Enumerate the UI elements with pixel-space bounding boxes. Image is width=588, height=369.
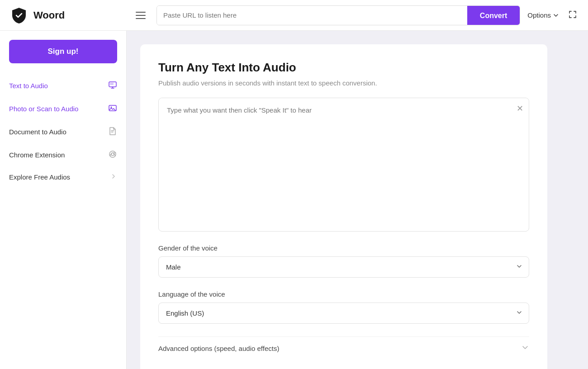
file-icon [108, 127, 117, 137]
fullscreen-button[interactable] [566, 8, 579, 22]
url-input-wrap: Convert [156, 5, 520, 25]
advanced-chevron-down-icon [521, 343, 529, 353]
clear-button[interactable]: ✕ [517, 104, 523, 114]
fullscreen-icon [568, 10, 577, 19]
language-label: Language of the voice [158, 290, 529, 298]
advanced-options-label: Advanced options (speed, audio effects) [158, 345, 279, 352]
gender-label: Gender of the voice [158, 244, 529, 252]
logo-text: Woord [33, 9, 65, 21]
language-select[interactable]: English (US) English (UK) Spanish French… [158, 303, 529, 324]
language-field: Language of the voice English (US) Engli… [158, 290, 529, 324]
sidebar-item-document-to-audio[interactable]: Document to Audio [0, 120, 126, 143]
sidebar-item-label-chrome-extension: Chrome Extension [9, 151, 65, 159]
url-input[interactable] [157, 6, 467, 25]
chevron-right-icon [110, 173, 117, 181]
language-select-wrap: English (US) English (UK) Spanish French… [158, 303, 529, 324]
hamburger-line-2 [136, 15, 146, 16]
sidebar-item-label-explore-free-audios: Explore Free Audios [9, 173, 70, 181]
convert-button[interactable]: Convert [467, 6, 520, 25]
chevron-down-icon [553, 12, 559, 19]
sidebar-item-photo-to-audio[interactable]: Photo or Scan to Audio [0, 97, 126, 120]
image-icon [108, 104, 117, 114]
text-input[interactable] [159, 98, 529, 229]
hamburger-line-3 [136, 18, 146, 19]
main-card: Turn Any Text Into Audio Publish audio v… [140, 44, 547, 369]
sidebar-item-chrome-extension[interactable]: Chrome Extension [0, 143, 126, 166]
hamburger-lines [136, 12, 146, 19]
svg-point-3 [111, 107, 112, 108]
logo-area: Woord [9, 5, 127, 25]
sidebar-item-label-document-to-audio: Document to Audio [9, 128, 66, 136]
card-subtitle: Publish audio versions in seconds with i… [158, 79, 529, 87]
options-label: Options [527, 11, 551, 19]
header: Woord Convert Options [0, 0, 588, 31]
gender-select-wrap: Male Female [158, 256, 529, 278]
header-right: Options [527, 8, 579, 22]
gender-select[interactable]: Male Female [158, 256, 529, 278]
gender-field: Gender of the voice Male Female [158, 244, 529, 278]
main-content: Turn Any Text Into Audio Publish audio v… [127, 31, 588, 369]
sidebar-item-explore-free-audios[interactable]: Explore Free Audios [0, 166, 126, 188]
svg-point-4 [109, 151, 116, 157]
hamburger-button[interactable] [134, 10, 147, 21]
monitor-icon [108, 80, 117, 91]
sidebar-item-label-photo-to-audio: Photo or Scan to Audio [9, 105, 78, 113]
sidebar-item-text-to-audio[interactable]: Text to Audio [0, 74, 126, 97]
svg-rect-1 [110, 83, 114, 85]
sidebar-item-label-text-to-audio: Text to Audio [9, 82, 48, 90]
chrome-icon [108, 150, 117, 160]
hamburger-line-1 [136, 12, 146, 13]
layout: Sign up! Text to Audio Photo or Scan to … [0, 31, 588, 369]
logo-icon [9, 5, 29, 25]
textarea-wrap: ✕ [158, 98, 529, 232]
sidebar: Sign up! Text to Audio Photo or Scan to … [0, 31, 127, 369]
card-title: Turn Any Text Into Audio [158, 61, 529, 75]
signup-button[interactable]: Sign up! [9, 40, 117, 63]
advanced-options-row[interactable]: Advanced options (speed, audio effects) [158, 336, 529, 360]
options-button[interactable]: Options [527, 11, 559, 19]
